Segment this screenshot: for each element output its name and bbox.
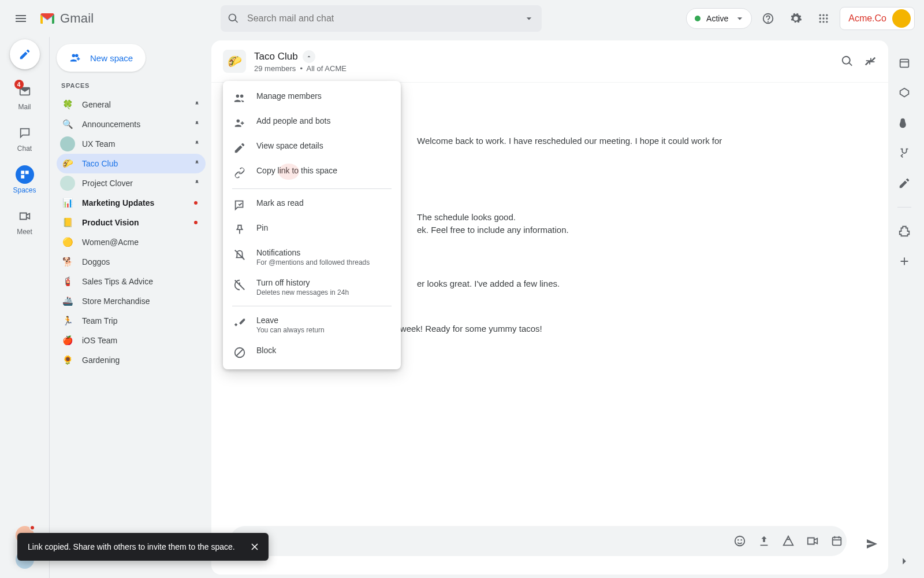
sidebar-item-label: Project Clover: [82, 179, 133, 188]
drive-icon[interactable]: [782, 535, 795, 547]
edit-addon-icon[interactable]: [898, 177, 911, 190]
search-input[interactable]: [246, 13, 523, 24]
history-off-icon: [233, 279, 246, 291]
tasks-addon-icon[interactable]: [898, 117, 911, 129]
rail-chat-label: Chat: [17, 144, 32, 153]
svg-point-8: [823, 21, 825, 23]
hide-sidepanel-icon[interactable]: [898, 555, 911, 568]
svg-point-9: [826, 21, 828, 23]
sidebar-item-taco-club[interactable]: 🌮Taco Club: [57, 154, 206, 173]
keep-addon-icon[interactable]: [898, 87, 911, 99]
message-fragment: er looks great. I've added a few lines.: [417, 277, 872, 290]
space-emoji-icon: [60, 136, 75, 151]
space-header: 🌮 Taco Club 29 members • All of ACME: [211, 40, 888, 83]
contacts-addon-icon[interactable]: [898, 147, 911, 160]
svg-rect-11: [25, 171, 28, 174]
sidebar-item-label: Product Vision: [82, 218, 139, 227]
apps-grid-icon: [818, 13, 829, 24]
space-emoji-icon: 📒: [60, 215, 75, 230]
svg-point-17: [741, 539, 742, 540]
svg-point-5: [823, 17, 825, 19]
new-space-button[interactable]: New space: [57, 44, 146, 72]
sidebar-item-project-clover[interactable]: Project Clover: [57, 173, 206, 193]
space-emoji-icon: 🍎: [60, 333, 75, 348]
message-fragment: Welcome back to work. I have rescheduled…: [417, 135, 872, 147]
status-chip[interactable]: Active: [686, 8, 752, 29]
sidebar-item-label: UX Team: [82, 139, 115, 149]
new-space-label: New space: [90, 53, 133, 63]
sidebar-item-label: Women@Acme: [82, 238, 139, 247]
rail-spaces[interactable]: Spaces: [13, 165, 36, 194]
svg-point-3: [826, 14, 828, 16]
video-icon[interactable]: [806, 535, 819, 547]
support-button[interactable]: [757, 7, 780, 30]
extensions-icon[interactable]: [898, 225, 911, 238]
sidebar-item-ux-team[interactable]: UX Team: [57, 134, 206, 154]
message-composer[interactable]: ＋: [230, 526, 847, 556]
app-logo[interactable]: Gmail: [37, 11, 216, 26]
chevron-up-icon: [303, 50, 315, 63]
space-emoji-icon: 🚢: [60, 294, 75, 309]
search-bar[interactable]: [221, 5, 542, 32]
toast-close-button[interactable]: [249, 541, 260, 553]
space-emoji-icon: 🌮: [60, 156, 75, 171]
message-fragment: The schedule looks good. ek. Feel free t…: [417, 211, 872, 236]
rail-mail[interactable]: 4 Mail: [16, 82, 34, 111]
sidebar-item-sales-tips-advice[interactable]: 🧯Sales Tips & Advice: [57, 272, 206, 291]
space-emoji-icon: 🔍: [60, 117, 75, 132]
menu-copy-link[interactable]: Copy link to this space: [223, 160, 401, 185]
sidebar-item-general[interactable]: 🍀General: [57, 95, 206, 114]
menu-manage-members[interactable]: Manage members: [223, 86, 401, 110]
upload-icon[interactable]: [758, 535, 770, 547]
sidebar-item-marketing-updates[interactable]: 📊Marketing Updates: [57, 193, 206, 213]
menu-add-people[interactable]: Add people and bots: [223, 110, 401, 135]
apps-button[interactable]: [812, 7, 835, 30]
menu-view-details[interactable]: View space details: [223, 135, 401, 160]
sidebar-item-women-acme[interactable]: 🟡Women@Acme: [57, 232, 206, 252]
menu-mark-read[interactable]: Mark as read: [223, 192, 401, 217]
svg-point-2: [823, 14, 825, 16]
get-addons-icon[interactable]: [898, 255, 911, 268]
account-switcher[interactable]: Acme.Co: [840, 7, 915, 30]
sidebar-item-label: Doggos: [82, 257, 110, 266]
menu-history[interactable]: Turn off historyDeletes new messages in …: [223, 272, 401, 302]
space-emoji-icon: 🌻: [60, 353, 75, 368]
space-search-button[interactable]: [841, 55, 854, 68]
sidebar-item-product-vision[interactable]: 📒Product Vision: [57, 213, 206, 232]
menu-pin[interactable]: Pin: [223, 217, 401, 242]
sidebar-item-gardening[interactable]: 🌻Gardening: [57, 350, 206, 370]
leave-icon: [233, 316, 246, 329]
sidebar-item-store-merchandise[interactable]: 🚢Store Merchandise: [57, 291, 206, 311]
sidebar-item-label: Gardening: [82, 355, 120, 365]
main-menu-button[interactable]: [9, 7, 32, 30]
calendar-addon-icon[interactable]: [898, 57, 911, 69]
status-dot-icon: [695, 16, 701, 21]
space-title-button[interactable]: Taco Club: [254, 50, 346, 63]
svg-point-7: [819, 21, 821, 23]
link-icon: [233, 166, 246, 179]
calendar-icon[interactable]: [830, 535, 843, 547]
avatar: [892, 9, 911, 28]
sidebar-item-team-trip[interactable]: 🏃Team Trip: [57, 311, 206, 331]
new-space-icon: [69, 51, 82, 64]
search-options-icon[interactable]: [523, 13, 535, 24]
send-button[interactable]: [865, 537, 879, 551]
rail-chat[interactable]: Chat: [16, 124, 34, 153]
menu-block[interactable]: Block: [223, 340, 401, 365]
emoji-icon[interactable]: [733, 535, 746, 547]
collapse-button[interactable]: [864, 55, 877, 68]
sidebar-item-announcements[interactable]: 🔍Announcements: [57, 114, 206, 134]
compose-button[interactable]: [10, 39, 40, 69]
meet-icon: [18, 210, 31, 223]
menu-notifications[interactable]: NotificationsFor @mentions and followed …: [223, 242, 401, 272]
settings-button[interactable]: [784, 7, 807, 30]
menu-leave[interactable]: LeaveYou can always return: [223, 310, 401, 340]
rail-mail-label: Mail: [18, 103, 31, 111]
sidebar-item-doggos[interactable]: 🐕Doggos: [57, 252, 206, 272]
space-avatar: 🌮: [223, 50, 246, 73]
sidebar-item-label: Marketing Updates: [82, 198, 154, 208]
rail-meet[interactable]: Meet: [16, 207, 34, 236]
sidebar-item-ios-team[interactable]: 🍎iOS Team: [57, 331, 206, 350]
block-icon: [233, 346, 246, 359]
space-emoji-icon: 🧯: [60, 274, 75, 289]
